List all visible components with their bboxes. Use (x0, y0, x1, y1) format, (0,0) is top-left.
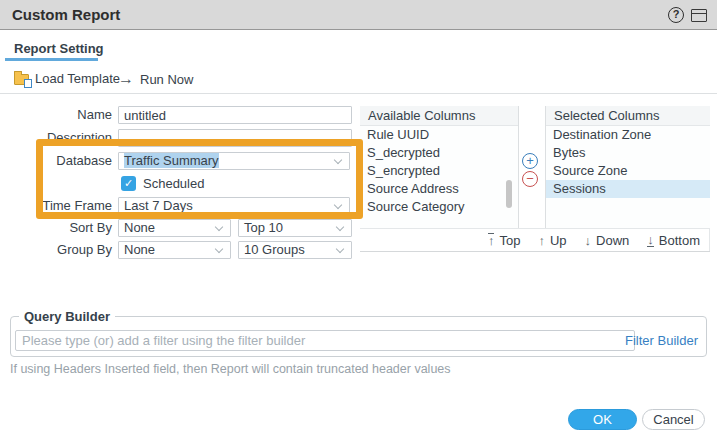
group-by-label: Group By (0, 241, 112, 259)
sort-by-select[interactable]: None (118, 219, 231, 237)
query-filter-input[interactable] (15, 330, 635, 351)
add-column-button[interactable]: + (522, 153, 538, 169)
help-icon[interactable]: ? (668, 7, 684, 23)
arrow-down-icon: ↓ (585, 234, 592, 247)
selected-column-item[interactable]: Destination Zone (546, 126, 710, 144)
selected-column-item[interactable]: Source Zone (546, 162, 710, 180)
sort-limit-select[interactable]: Top 10 (238, 219, 352, 237)
chevron-down-icon (334, 201, 342, 209)
remove-column-button[interactable]: − (522, 171, 538, 187)
sort-by-value: None (124, 220, 155, 235)
selected-column-item[interactable]: Bytes (546, 144, 710, 162)
group-limit-value: 10 Groups (244, 242, 305, 257)
column-move-toolbar: ↑ Top ↑ Up ↓ Down ↓ Bottom (360, 228, 710, 252)
group-limit-select[interactable]: 10 Groups (238, 241, 352, 259)
available-column-item[interactable]: S_decrypted (360, 144, 518, 162)
plus-icon: + (526, 153, 534, 168)
load-template-button[interactable]: Load Template (14, 71, 120, 86)
tab-report-setting[interactable]: Report Setting (14, 41, 104, 56)
toolbar-separator (0, 93, 717, 94)
time-frame-value: Last 7 Days (124, 198, 193, 213)
move-bottom-icon: ↓ (647, 233, 654, 247)
group-by-value: None (124, 242, 155, 257)
query-builder-legend: Query Builder (19, 309, 115, 324)
chevron-down-icon (215, 223, 223, 231)
move-top-icon: ↑ (488, 233, 495, 247)
available-column-item[interactable]: Source Address (360, 180, 518, 198)
column-picker: Available Columns Rule UUID S_decrypted … (360, 106, 710, 252)
move-bottom-button[interactable]: ↓ Bottom (647, 233, 700, 248)
selected-columns-header: Selected Columns (546, 106, 710, 126)
available-column-item[interactable]: Rule UUID (360, 126, 518, 144)
move-down-button[interactable]: ↓ Down (585, 233, 630, 248)
chevron-down-icon (334, 156, 342, 164)
minus-icon: − (526, 171, 534, 186)
time-frame-select[interactable]: Last 7 Days (118, 197, 350, 215)
available-column-item[interactable]: S_encrypted (360, 162, 518, 180)
load-template-label: Load Template (35, 71, 120, 86)
sort-by-label: Sort By (0, 219, 112, 237)
database-select[interactable]: Traffic Summary (118, 152, 350, 170)
name-label: Name (0, 106, 112, 124)
move-bottom-label: Bottom (659, 233, 700, 248)
window-icon[interactable] (691, 9, 707, 22)
ok-button[interactable]: OK (568, 409, 637, 430)
active-tab-underline (5, 58, 98, 61)
name-input[interactable] (118, 106, 352, 124)
group-by-select[interactable]: None (118, 241, 231, 259)
selected-column-item-highlighted[interactable]: Sessions (546, 180, 710, 198)
run-now-label: Run Now (140, 72, 193, 87)
load-template-icon (14, 74, 29, 85)
run-now-button[interactable]: → Run Now (118, 71, 193, 87)
move-top-button[interactable]: ↑ Top (488, 233, 520, 248)
scheduled-checkbox[interactable]: ✓ (121, 176, 136, 191)
available-columns-list: Rule UUID S_decrypted S_encrypted Source… (360, 126, 518, 228)
filter-builder-link[interactable]: Filter Builder (625, 333, 698, 348)
query-builder-section: Query Builder Filter Builder (10, 309, 707, 357)
custom-report-dialog: Custom Report ? Report Setting Load Temp… (0, 0, 717, 447)
database-label: Database (0, 152, 112, 170)
available-column-item[interactable]: Source Category (360, 198, 518, 216)
move-top-label: Top (499, 233, 520, 248)
arrow-up-icon: ↑ (538, 234, 545, 247)
available-columns-header: Available Columns (360, 106, 518, 126)
checkmark-icon: ✓ (124, 177, 133, 189)
move-up-label: Up (550, 233, 567, 248)
dialog-title: Custom Report (12, 6, 120, 23)
headers-note: If using Headers Inserted field, then Re… (10, 362, 451, 376)
description-input[interactable] (118, 129, 352, 147)
dialog-titlebar: Custom Report (0, 0, 717, 30)
cancel-button[interactable]: Cancel (642, 409, 705, 430)
chevron-down-icon (336, 245, 344, 253)
divider (518, 106, 519, 228)
time-frame-label: Time Frame (0, 197, 112, 215)
move-up-button[interactable]: ↑ Up (538, 233, 566, 248)
description-label: Description (0, 129, 112, 147)
chevron-down-icon (215, 245, 223, 253)
run-now-icon: → (118, 71, 134, 87)
database-value: Traffic Summary (124, 153, 219, 168)
chevron-down-icon (336, 223, 344, 231)
selected-columns-list: Destination Zone Bytes Source Zone Sessi… (546, 126, 710, 228)
scheduled-label: Scheduled (143, 176, 204, 192)
available-columns-scrollbar[interactable] (506, 180, 512, 208)
move-down-label: Down (596, 233, 629, 248)
sort-limit-value: Top 10 (244, 220, 283, 235)
